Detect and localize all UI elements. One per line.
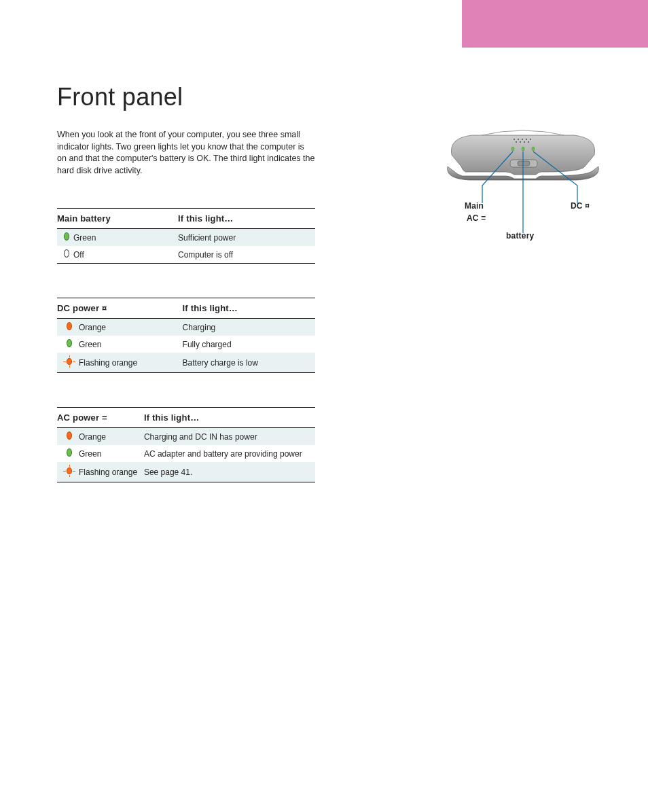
table-header-if: Main battery	[57, 209, 178, 229]
led-orange-icon	[67, 322, 72, 330]
table-row: OffComputer is off	[57, 246, 315, 264]
led-off-icon	[64, 249, 69, 258]
row-label: Flashing orange	[79, 353, 183, 373]
svg-point-8	[528, 141, 529, 143]
row-label: Green	[79, 445, 144, 462]
led-orange-icon	[67, 431, 72, 440]
row-means: See page 41.	[144, 462, 315, 482]
table-row: GreenSufficient power	[57, 229, 315, 247]
table-row: GreenFully charged	[57, 336, 315, 353]
row-means: AC adapter and battery are providing pow…	[144, 445, 315, 462]
page-title: Front panel	[57, 83, 315, 111]
page-tab-marker	[462, 0, 648, 48]
row-means: Battery charge is low	[183, 353, 315, 373]
svg-point-3	[526, 139, 527, 140]
row-means: Charging and DC IN has power	[144, 428, 315, 446]
table-header-means: If this light…	[178, 209, 315, 229]
svg-point-9	[511, 147, 514, 151]
row-label: Green	[73, 229, 178, 247]
table-row: Flashing orangeBattery charge is low	[57, 353, 315, 373]
row-label: Flashing orange	[79, 462, 144, 482]
table-row: GreenAC adapter and battery are providin…	[57, 445, 315, 462]
row-icon-cell	[57, 462, 79, 482]
row-label: Green	[79, 336, 183, 353]
device-label-ac: AC =	[467, 213, 486, 223]
table-header-means: If this light…	[183, 298, 315, 319]
led-green-icon	[67, 448, 72, 457]
svg-point-4	[530, 139, 531, 140]
device-label-dc: DC ¤	[571, 201, 590, 211]
device-label-main: Main	[465, 201, 484, 211]
led-table: Main batteryIf this light…GreenSufficien…	[57, 208, 315, 264]
svg-point-6	[520, 141, 521, 143]
led-flashing-orange-icon	[64, 465, 75, 476]
page-content: Front panel When you look at the front o…	[57, 83, 315, 516]
svg-point-2	[522, 139, 523, 140]
row-icon-cell	[57, 445, 79, 462]
table-row: Flashing orangeSee page 41.	[57, 462, 315, 482]
table-header-means: If this light…	[144, 408, 315, 428]
row-means: Fully charged	[183, 336, 315, 353]
led-flashing-orange-icon	[64, 356, 75, 367]
row-icon-cell	[57, 336, 79, 353]
row-means: Sufficient power	[178, 229, 315, 247]
svg-rect-13	[518, 161, 530, 166]
row-label: Orange	[79, 319, 183, 336]
row-means: Computer is off	[178, 246, 315, 264]
row-icon-cell	[57, 229, 73, 247]
table-header-if: AC power =	[57, 408, 144, 428]
row-icon-cell	[57, 353, 79, 373]
table-row: OrangeCharging	[57, 319, 315, 336]
row-means: Charging	[183, 319, 315, 336]
svg-point-0	[514, 139, 515, 140]
row-label: Off	[73, 246, 178, 264]
row-label: Orange	[79, 428, 144, 446]
led-green-icon	[64, 232, 69, 241]
svg-point-1	[518, 139, 519, 140]
table-row: OrangeCharging and DC IN has power	[57, 428, 315, 446]
svg-point-7	[524, 141, 525, 143]
row-icon-cell	[57, 319, 79, 336]
table-header-if: DC power ¤	[57, 298, 183, 319]
row-icon-cell	[57, 246, 73, 264]
device-label-battery: battery	[506, 231, 534, 241]
led-green-icon	[67, 339, 72, 347]
led-table: DC power ¤If this light…OrangeChargingGr…	[57, 298, 315, 373]
intro-paragraph: When you look at the front of your compu…	[57, 129, 315, 177]
svg-point-11	[532, 147, 535, 151]
row-icon-cell	[57, 428, 79, 446]
svg-point-5	[516, 141, 517, 143]
led-table: AC power =If this light…OrangeCharging a…	[57, 407, 315, 482]
tables-container: Main batteryIf this light…GreenSufficien…	[57, 208, 315, 482]
svg-point-10	[522, 147, 524, 151]
